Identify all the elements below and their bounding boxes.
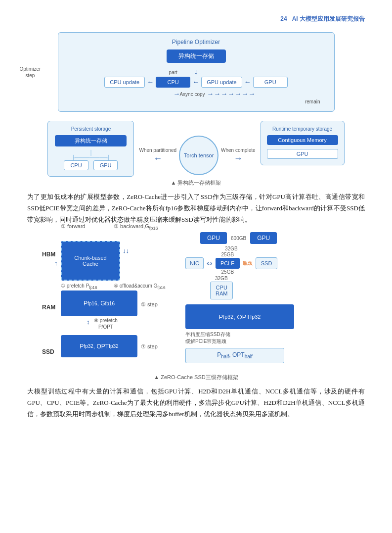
when-partitioned-label: When partitioned	[139, 147, 176, 153]
body-text-2: 大模型训练过程中有大量的计算和通信，包括GPU计算、H2D和D2H单机通信、NC…	[27, 386, 365, 420]
cpu-gpu-row: CPU GPU	[55, 160, 127, 170]
gpu-node-small: GPU	[93, 160, 118, 170]
prefetch-label: ① prefetch Pfp16	[61, 283, 97, 290]
page-title: AI 大模型应用发展研究报告	[292, 15, 365, 22]
popt-fp32-block: Pfp32, OPTfp32	[185, 304, 294, 329]
down-arrow-chunk: ↓↓	[123, 247, 129, 254]
forward-label: ① forward	[61, 223, 86, 230]
page-header: 24 AI 大模型应用发展研究报告	[27, 15, 365, 23]
32gb-label-2: 32GB	[215, 276, 228, 281]
torch-tensor-circle: Torch tensor	[179, 136, 218, 175]
phalf-block: Phalf, OPThalf	[185, 348, 284, 363]
pipeline-box: Optimizerstep Pipeline Optimizer 异构统一存储 …	[58, 32, 335, 112]
popt-ssd-box: Pfp32, OPTfp32	[61, 335, 137, 357]
offload-label: ④ offload&accum Gfp16	[114, 283, 166, 290]
caption2: ▲ ZeRO-Cache SSD三级存储框架	[27, 374, 365, 381]
hbm-label: HBM	[42, 251, 55, 258]
gpu-block-left: GPU	[200, 232, 227, 244]
pcle-block: PCLE	[216, 258, 240, 269]
runtime-title: Runtime temporary storage	[267, 126, 338, 132]
caption1: ▲ 异构统一存储框架	[27, 179, 365, 187]
zero-left: ① forward ③ backward,Gfp16 HBM Chunk-bas…	[27, 232, 175, 371]
gpu-node: GPU	[253, 77, 288, 88]
gpu-update-node: GPU update	[201, 77, 242, 88]
runtime-storage-box: Runtime temporary storage Contiguous Mem…	[261, 121, 345, 165]
cpu-ram-block: CPURAM	[210, 282, 233, 299]
25gb-right: 25GB	[221, 269, 234, 275]
remain-label: remain	[305, 99, 320, 104]
persistent-title: Persistent storage	[55, 126, 127, 132]
optimizer-step-label: Optimizerstep	[20, 66, 41, 79]
body-text-1: 为了更加低成本的扩展模型参数，ZeRO-Cache进一步引入了SSD作为三级存储…	[27, 192, 365, 225]
page-number: 24	[280, 15, 287, 22]
gpu-node-runtime: GPU	[267, 149, 338, 159]
persistent-runtime-section: Persistent storage 异构统一存储 │├─────────┤ C…	[27, 121, 365, 177]
pfp16-box: Pfp16, Gfp16	[61, 291, 137, 316]
contiguous-box: Contiguous Memory	[267, 135, 338, 145]
step5-label: ⑤ step	[141, 301, 158, 308]
step7-label: ⑦ step	[141, 343, 158, 350]
right-col: GPU 600GB GPU 32GB NIC ⇔ 25GB PCLE 25GB	[185, 232, 348, 363]
backward-label: ③ backward,Gfp16	[114, 223, 158, 231]
hetero-box2: 异构统一存储	[55, 135, 127, 146]
part-label: part	[169, 70, 177, 75]
async-copy-label: Async copy	[179, 92, 205, 97]
ram-label: RAM	[42, 304, 55, 311]
persistent-storage-box: Persistent storage 异构统一存储 │├─────────┤ C…	[47, 121, 134, 177]
cpu-node: CPU	[156, 77, 190, 88]
when-complete-label: When complete	[221, 147, 255, 153]
arrow-right-torch: →	[221, 153, 255, 164]
horz-arrows: ⇔	[207, 259, 213, 268]
chunk-cache-box: Chunk-basedCache	[61, 241, 120, 281]
pipeline-diagram-section: Optimizerstep Pipeline Optimizer 异构统一存储 …	[27, 32, 365, 112]
nic-pcle-row: NIC ⇔ 25GB PCLE 25GB 瓶颈 SSD	[185, 252, 277, 275]
left-arrow-chunk: ↑	[54, 259, 58, 267]
arrow-left-torch: ←	[139, 153, 176, 164]
prefetch-popt-label: ⑥ prefetchP/OPT	[94, 317, 118, 330]
gpu-row: GPU 600GB GPU	[200, 232, 277, 244]
nic-block: NIC	[185, 257, 204, 269]
zero-cache-section: ① forward ③ backward,Gfp16 HBM Chunk-bas…	[27, 232, 365, 371]
gpu-600gb: 600GB	[231, 236, 246, 241]
ssd-block-right: SSD	[256, 257, 278, 269]
pipeline-title: Pipeline Optimizer	[67, 39, 325, 46]
gpu-block-right: GPU	[250, 232, 277, 244]
hetero-box: 异构统一存储	[167, 49, 226, 63]
32gb-label-1: 32GB	[225, 246, 238, 251]
bottleneck-label: 瓶颈	[243, 260, 253, 267]
page: 24 AI 大模型应用发展研究报告 Optimizerstep Pipeline…	[0, 0, 392, 442]
vert-arrow-mid: ↕	[87, 318, 90, 326]
arrow-left1: ←	[147, 78, 154, 86]
zero-right: GPU 600GB GPU 32GB NIC ⇔ 25GB PCLE 25GB	[185, 232, 348, 363]
arrow-left2: ←	[192, 78, 199, 86]
arrow-left3: ←	[244, 78, 251, 86]
cpu-update-node: CPU update	[104, 77, 145, 88]
half-desc: 半精度压缩SSD存储缓解PCIE带宽瓶颈	[185, 331, 230, 345]
zero-left-container: ① forward ③ backward,Gfp16 HBM Chunk-bas…	[42, 232, 175, 371]
cpu-node-small: CPU	[64, 160, 88, 170]
ssd-label: SSD	[42, 348, 54, 355]
25gb-left: 25GB	[221, 252, 234, 257]
